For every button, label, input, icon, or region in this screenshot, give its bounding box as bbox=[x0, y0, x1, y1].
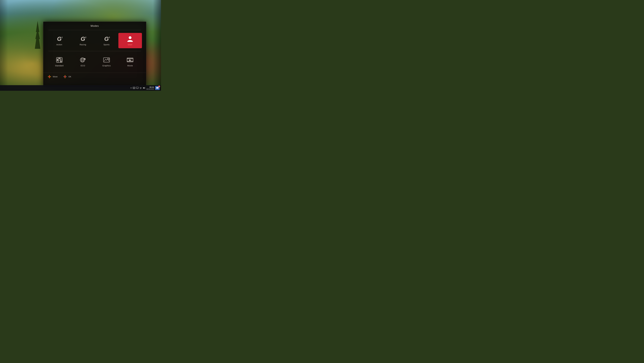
ok-control: OK bbox=[63, 75, 71, 79]
mode-racing[interactable]: G 2 Racing bbox=[71, 33, 95, 48]
svg-rect-47 bbox=[156, 87, 158, 89]
svg-rect-19 bbox=[130, 58, 131, 59]
graphics-icon bbox=[103, 57, 110, 64]
svg-rect-21 bbox=[128, 61, 128, 62]
svg-rect-20 bbox=[132, 58, 132, 59]
chat-badge: 42 bbox=[158, 86, 160, 87]
mode-action[interactable]: G 1 Action bbox=[48, 33, 71, 48]
svg-rect-22 bbox=[129, 61, 130, 62]
osd-title: Modes bbox=[43, 22, 146, 30]
mode-graphics[interactable]: Graphics bbox=[95, 54, 118, 69]
move-control: Move bbox=[48, 75, 58, 79]
mode-standard[interactable]: Standard bbox=[48, 54, 71, 69]
osd-controls: Move OK bbox=[43, 73, 146, 81]
volume-icon bbox=[143, 87, 145, 89]
mode-movie[interactable]: Movie bbox=[118, 54, 142, 69]
svg-point-45 bbox=[140, 89, 141, 89]
taskbar-chat-icon[interactable]: 42 bbox=[155, 86, 160, 90]
svg-rect-24 bbox=[132, 61, 132, 62]
svg-point-31 bbox=[49, 76, 50, 77]
svg-marker-27 bbox=[49, 78, 50, 78]
svg-point-37 bbox=[65, 76, 65, 77]
svg-rect-23 bbox=[130, 61, 131, 62]
svg-rect-42 bbox=[136, 87, 138, 89]
network-icon bbox=[133, 87, 135, 89]
svg-marker-46 bbox=[143, 87, 144, 89]
racing-icon: G 2 bbox=[79, 36, 87, 42]
taskbar-expand-icon[interactable] bbox=[130, 87, 132, 89]
sports-label: Sports bbox=[104, 44, 110, 46]
user-icon bbox=[126, 36, 134, 42]
taskbar-clock: 15:11 05/10/2022 bbox=[146, 86, 154, 90]
clock-time: 15:11 bbox=[146, 86, 154, 88]
movie-icon bbox=[126, 57, 134, 64]
standard-icon bbox=[56, 57, 63, 64]
wifi-icon bbox=[140, 87, 142, 89]
svg-point-8 bbox=[60, 61, 62, 62]
display-icon bbox=[136, 87, 138, 89]
chat-bubble-icon bbox=[156, 87, 159, 89]
taskbar-system-icons bbox=[130, 87, 145, 89]
svg-marker-35 bbox=[66, 76, 67, 77]
svg-point-7 bbox=[57, 60, 58, 60]
svg-rect-18 bbox=[129, 58, 130, 59]
modes-grid-row1: G 1 Action G 2 Racing G 3 bbox=[43, 30, 146, 51]
taskbar: 15:11 05/10/2022 42 bbox=[0, 85, 161, 91]
dpad-move-icon bbox=[48, 75, 52, 79]
standard-label: Standard bbox=[55, 65, 64, 67]
svg-point-6 bbox=[59, 58, 60, 59]
dpad-ok-icon bbox=[63, 75, 67, 79]
svg-marker-28 bbox=[48, 76, 48, 77]
mode-eco[interactable]: ECO bbox=[71, 54, 95, 69]
action-icon: G 1 bbox=[56, 36, 63, 42]
svg-marker-32 bbox=[64, 75, 66, 76]
eco-label: ECO bbox=[81, 65, 85, 67]
clock-date: 05/10/2022 bbox=[146, 88, 154, 90]
mode-user[interactable]: User bbox=[118, 33, 142, 48]
svg-marker-48 bbox=[157, 89, 157, 89]
svg-marker-26 bbox=[49, 75, 50, 76]
svg-marker-34 bbox=[63, 76, 64, 77]
svg-marker-33 bbox=[64, 78, 66, 78]
sports-icon: G 3 bbox=[103, 36, 110, 42]
racing-label: Racing bbox=[80, 44, 86, 46]
move-label: Move bbox=[53, 76, 58, 78]
svg-rect-39 bbox=[134, 87, 134, 88]
graphics-label: Graphics bbox=[102, 65, 111, 67]
svg-rect-17 bbox=[128, 58, 128, 59]
action-label: Action bbox=[56, 44, 62, 46]
eco-icon bbox=[79, 57, 87, 64]
svg-point-0 bbox=[129, 36, 132, 39]
osd-menu: Modes G 1 Action G 2 Racing bbox=[43, 22, 146, 87]
user-label: User bbox=[128, 44, 132, 46]
mode-sports[interactable]: G 3 Sports bbox=[95, 33, 118, 48]
svg-marker-29 bbox=[50, 76, 51, 77]
modes-grid-row2: Standard ECO bbox=[43, 51, 146, 72]
ok-label: OK bbox=[68, 76, 71, 78]
movie-label: Movie bbox=[127, 65, 133, 67]
